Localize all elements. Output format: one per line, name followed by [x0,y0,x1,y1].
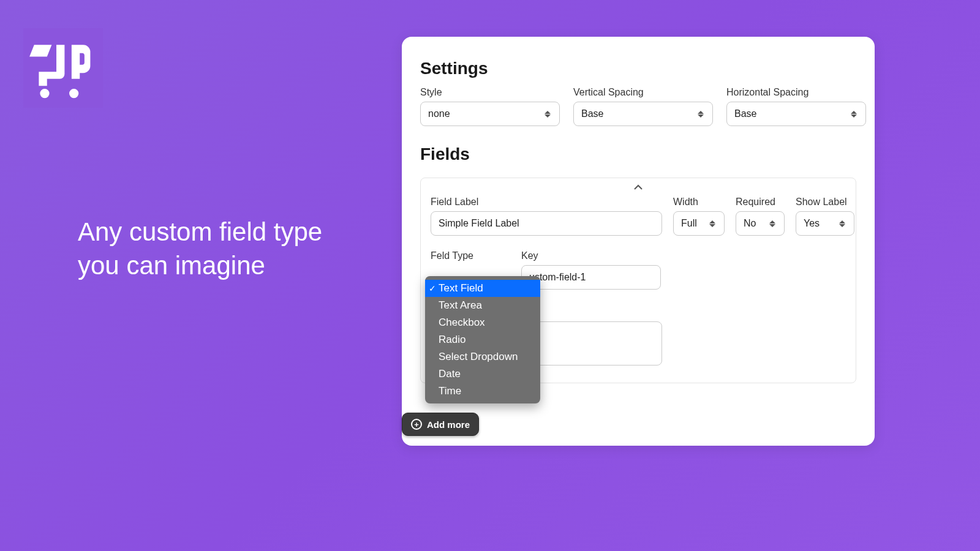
dropdown-item-time[interactable]: Time [425,383,540,400]
key-input[interactable] [521,265,661,290]
settings-panel: Settings Style none Vertical Spacing Bas… [402,37,875,446]
width-value: Full [681,218,697,229]
field-label-text[interactable] [439,212,654,235]
showlabel-select[interactable]: Yes [796,211,854,236]
app-logo [23,28,103,108]
field-editor-box: Field Label Width Full Required [420,178,856,383]
style-label: Style [420,87,560,98]
field-row-1: Field Label Width Full Required [431,197,846,236]
settings-heading: Settings [420,59,856,78]
field-label-group: Field Label [431,197,662,236]
required-select[interactable]: No [736,211,785,236]
horizontal-spacing-label: Horizontal Spacing [726,87,866,98]
horizontal-spacing-value: Base [734,108,756,119]
required-value: No [744,218,756,229]
field-label-label: Field Label [431,197,662,208]
updown-icon [543,111,552,118]
dropdown-item-radio[interactable]: Radio [425,331,540,348]
style-value: none [428,108,450,119]
dropdown-item-select-dropdown[interactable]: Select Dropdown [425,348,540,365]
vertical-spacing-select[interactable]: Base [573,102,713,126]
field-label-input[interactable] [431,211,662,236]
showlabel-group: Show Label Yes [796,197,854,236]
updown-icon [850,111,858,118]
cart-logo-icon [28,36,99,100]
horizontal-spacing-select[interactable]: Base [726,102,866,126]
required-group: Required No [736,197,785,236]
add-more-button[interactable]: + Add more [402,413,479,436]
dropdown-item-text-area[interactable]: Text Area [425,297,540,314]
vertical-spacing-value: Base [581,108,603,119]
width-label: Width [673,197,725,208]
collapse-toggle[interactable] [631,182,645,193]
field-type-label: Feld Type [431,250,510,261]
vertical-spacing-field: Vertical Spacing Base [573,87,713,126]
dropdown-item-text-field[interactable]: Text Field [425,280,540,297]
chevron-up-icon [634,184,643,190]
key-label: Key [521,250,661,261]
key-group: Key [521,250,661,290]
style-field: Style none [420,87,560,126]
style-select[interactable]: none [420,102,560,126]
key-text[interactable] [529,266,653,289]
dropdown-item-date[interactable]: Date [425,365,540,383]
updown-icon [838,220,846,227]
plus-circle-icon: + [411,419,422,430]
required-label: Required [736,197,785,208]
updown-icon [708,220,717,227]
field-type-dropdown: Text Field Text Area Checkbox Radio Sele… [425,276,540,403]
fields-heading: Fields [420,144,856,164]
updown-icon [768,220,777,227]
vertical-spacing-label: Vertical Spacing [573,87,713,98]
horizontal-spacing-field: Horizontal Spacing Base [726,87,866,126]
updown-icon [696,111,705,118]
width-group: Width Full [673,197,725,236]
settings-row: Style none Vertical Spacing Base Horizon… [420,87,856,126]
add-more-label: Add more [427,419,470,430]
dropdown-item-checkbox[interactable]: Checkbox [425,314,540,331]
showlabel-value: Yes [804,218,820,229]
width-select[interactable]: Full [673,211,725,236]
showlabel-label: Show Label [796,197,854,208]
marketing-headline: Any custom field type you can imagine [78,216,360,282]
